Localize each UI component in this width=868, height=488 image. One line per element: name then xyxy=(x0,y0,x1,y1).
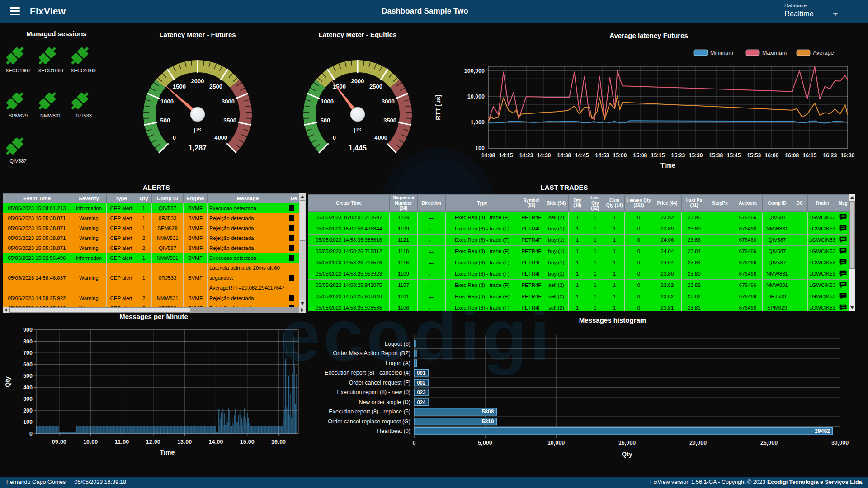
message-icon[interactable] xyxy=(839,248,847,254)
scroll-right-icon[interactable] xyxy=(299,307,306,313)
trades-cell: LGWCIK53 xyxy=(808,212,837,223)
message-icon[interactable] xyxy=(839,304,847,311)
session-item[interactable]: 0RJ533 xyxy=(67,88,99,133)
column-header[interactable]: Direction xyxy=(418,194,446,212)
alerts-horizontal-scrollbar[interactable] xyxy=(3,307,306,313)
column-header[interactable]: De xyxy=(288,193,299,203)
session-item[interactable]: SPM629 xyxy=(2,88,34,133)
column-header[interactable]: Create Time xyxy=(308,194,390,212)
trades-row[interactable]: 05/05/2023 14:58:35.9856161121←Exec Rep … xyxy=(308,235,849,246)
detail-icon[interactable] xyxy=(289,225,294,231)
scroll-down-icon[interactable] xyxy=(299,300,306,307)
detail-icon[interactable] xyxy=(289,215,294,221)
column-header[interactable]: Comp ID xyxy=(763,194,792,212)
message-icon[interactable] xyxy=(839,214,847,221)
column-header[interactable]: Message xyxy=(208,193,288,203)
alerts-row[interactable]: 05/05/2023 15:08:01.213InformationCEP al… xyxy=(3,203,299,213)
column-header[interactable]: Side (54) xyxy=(544,194,569,212)
sessions-grid: XECO1667XECO1668XECO1669SPM629NMW8310RJ5… xyxy=(2,42,106,178)
alerts-row[interactable]: 05/05/2023 15:05:38.871WarningCEP alert1… xyxy=(3,223,299,233)
alerts-row[interactable]: 05/05/2023 14:58:25.902WarningCEP alert2… xyxy=(3,303,299,307)
messages-histogram-chart: 05,00010,00015,00020,00025,00030,000Logo… xyxy=(307,313,868,463)
message-icon[interactable] xyxy=(839,293,847,300)
column-header[interactable]: Sequence Number (34) xyxy=(390,194,418,212)
column-header[interactable]: Last Qty (32) xyxy=(586,194,604,212)
detail-icon[interactable] xyxy=(289,295,294,301)
alerts-row[interactable]: 05/05/2023 14:58:46.037WarningCEP alert1… xyxy=(3,263,299,293)
alerts-vertical-scrollbar[interactable] xyxy=(299,193,306,307)
column-header[interactable]: Qty xyxy=(136,193,152,203)
trades-row[interactable]: 05/05/2023 14:58:26.7155781116←Exec Rep … xyxy=(308,257,849,268)
column-header[interactable]: Account xyxy=(733,194,763,212)
trades-row[interactable]: 05/05/2023 15:02:56.4968441199←Exec Rep … xyxy=(308,223,849,235)
column-header[interactable]: Event Time xyxy=(3,193,71,203)
alerts-row[interactable]: 05/05/2023 14:58:25.922WarningCEP alert2… xyxy=(3,293,299,303)
column-header[interactable]: Severity xyxy=(71,193,107,203)
column-header[interactable]: Qty (38) xyxy=(569,194,586,212)
scroll-down-icon[interactable] xyxy=(849,305,855,311)
alerts-row[interactable]: 05/05/2023 15:05:38.871WarningCEP alert2… xyxy=(3,243,299,253)
alerts-row[interactable]: 05/05/2023 15:05:38.871WarningCEP alert2… xyxy=(3,233,299,243)
column-header[interactable]: Type xyxy=(107,193,136,203)
column-header[interactable]: Trader xyxy=(808,194,837,212)
histogram-bar[interactable] xyxy=(414,360,417,367)
histogram-category-label: Execution report (8) - new (0) xyxy=(337,389,410,395)
legend-item-average[interactable]: Average xyxy=(797,50,834,56)
column-header[interactable]: Comp ID xyxy=(152,193,184,203)
column-header[interactable]: Price (44) xyxy=(653,194,682,212)
session-item[interactable]: XECO1668 xyxy=(34,42,67,88)
session-item[interactable]: XECO1667 xyxy=(2,42,34,88)
histogram-bar[interactable] xyxy=(414,340,415,347)
message-icon[interactable] xyxy=(839,259,847,266)
histogram-bar[interactable] xyxy=(414,428,833,435)
trades-vertical-scrollbar[interactable] xyxy=(849,194,855,311)
trades-cell: 1121 xyxy=(390,235,418,246)
message-icon[interactable] xyxy=(839,282,847,288)
trades-cell: LGWCIK53 xyxy=(808,280,837,291)
database-select[interactable]: Database Realtime xyxy=(784,3,838,18)
column-header[interactable]: Engine xyxy=(184,193,208,203)
managed-sessions-panel: Managed sessions XECO1667XECO1668XECO166… xyxy=(0,25,113,197)
trades-row[interactable]: 05/05/2023 14:58:25.9539231109←Exec Rep … xyxy=(308,268,849,280)
column-header[interactable]: StopPx xyxy=(707,194,733,212)
scroll-up-icon[interactable] xyxy=(849,194,855,201)
scroll-left-icon[interactable] xyxy=(3,307,9,313)
alerts-row[interactable]: 05/05/2023 15:05:38.871WarningCEP alert1… xyxy=(3,213,299,223)
trades-cell: 676466 xyxy=(733,257,763,268)
detail-icon[interactable] xyxy=(289,255,294,261)
histogram-bar[interactable] xyxy=(414,350,416,357)
column-header[interactable]: Type xyxy=(446,194,519,212)
legend-item-minimum[interactable]: Minimum xyxy=(694,50,733,56)
session-item[interactable]: QIV587 xyxy=(2,133,34,178)
detail-icon[interactable] xyxy=(289,235,294,241)
trades-row[interactable]: 05/05/2023 14:58:25.9430751107←Exec Rep … xyxy=(308,280,849,291)
trades-row[interactable]: 05/05/2023 14:58:26.7158121118←Exec Rep … xyxy=(308,246,849,257)
svg-text:024: 024 xyxy=(417,399,426,405)
column-header[interactable]: Symbol (55) xyxy=(519,194,544,212)
column-header[interactable]: Cum Qty (14) xyxy=(604,194,625,212)
svg-text:3000: 3000 xyxy=(222,98,235,105)
session-item[interactable]: XECO1669 xyxy=(67,42,99,88)
app-root: FixView Dashboard Sample Two Database Re… xyxy=(0,0,868,488)
session-item[interactable]: NMW831 xyxy=(34,88,67,133)
trades-row[interactable]: 05/05/2023 15:08:01.2136971229←Exec Rep … xyxy=(308,212,849,223)
column-header[interactable]: Msg xyxy=(837,194,849,212)
column-header[interactable]: DC xyxy=(792,194,808,212)
detail-icon[interactable] xyxy=(289,245,294,251)
message-icon[interactable] xyxy=(839,236,847,243)
svg-text:500: 500 xyxy=(160,117,170,124)
histogram-category-label: Execution report (8) - replace (5) xyxy=(329,408,410,415)
column-header[interactable]: Last Px (31) xyxy=(682,194,707,212)
trades-row[interactable]: 05/05/2023 14:58:25.9055851106←Exec Rep … xyxy=(308,302,849,311)
alerts-cell: Warning xyxy=(71,263,107,293)
detail-icon[interactable] xyxy=(289,275,294,281)
alerts-row[interactable]: 05/05/2023 15:02:56.496InformationCEP al… xyxy=(3,253,299,263)
svg-text:4000: 4000 xyxy=(214,134,227,141)
message-icon[interactable] xyxy=(839,270,847,277)
detail-icon[interactable] xyxy=(289,205,294,211)
trades-row[interactable]: 05/05/2023 14:58:25.9058481101←Exec Rep … xyxy=(308,291,849,302)
column-header[interactable]: Leaves Qty (151) xyxy=(625,194,653,212)
scroll-up-icon[interactable] xyxy=(299,193,306,200)
message-icon[interactable] xyxy=(839,225,847,232)
legend-item-maximum[interactable]: Maximum xyxy=(746,50,787,56)
